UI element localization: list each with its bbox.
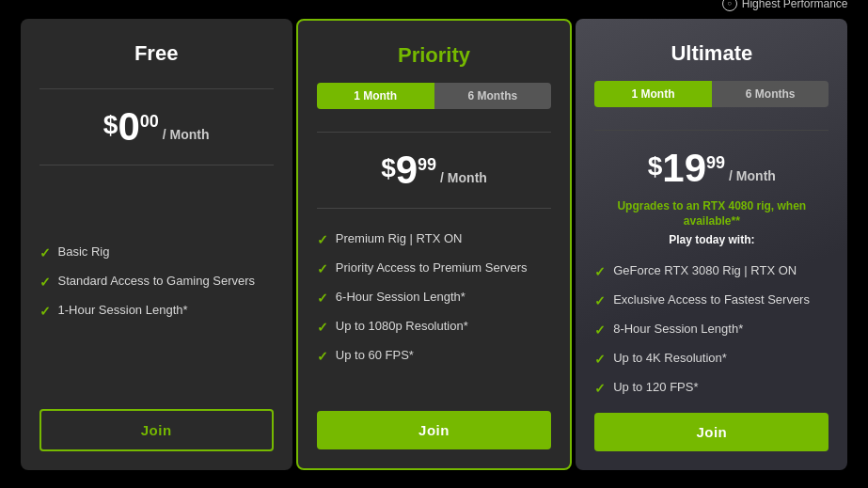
check-icon-u3: ✓ — [594, 323, 606, 338]
priority-feature-5: ✓ Up to 60 FPS* — [317, 348, 551, 364]
ultimate-feature-3: ✓ 8-Hour Session Length* — [594, 322, 829, 338]
free-dollar: $ — [103, 110, 118, 140]
free-feature-text-1: Basic Rig — [58, 244, 110, 259]
ultimate-feature-1: ✓ GeForce RTX 3080 Rig | RTX ON — [594, 263, 829, 279]
ultimate-feature-text-4: Up to 4K Resolution* — [613, 351, 727, 365]
ultimate-feature-text-3: 8-Hour Session Length* — [613, 322, 743, 336]
plans-container: ○ Highest Performance Free $000 / Month … — [21, 19, 848, 470]
priority-divider2 — [317, 208, 551, 209]
check-icon-u4: ✓ — [594, 352, 606, 367]
ultimate-dollar: $ — [648, 151, 663, 181]
free-plan-title: Free — [39, 41, 274, 66]
priority-toggle-6months[interactable]: 6 Months — [434, 83, 552, 109]
priority-price-area: $999 / Month — [317, 148, 551, 193]
priority-feature-text-3: 6-Hour Session Length* — [336, 290, 466, 304]
ultimate-cents: 99 — [706, 153, 725, 173]
plan-card-ultimate: Ultimate 1 Month 6 Months $1999 / Month … — [576, 19, 847, 470]
check-icon-1: ✓ — [39, 245, 51, 260]
ultimate-price-area: $1999 / Month — [594, 146, 829, 191]
priority-toggle-1month[interactable]: 1 Month — [317, 83, 434, 109]
priority-feature-2: ✓ Priority Access to Premium Servers — [317, 260, 551, 276]
badge-label: Highest Performance — [742, 0, 848, 10]
plan-card-priority: Priority 1 Month 6 Months $999 / Month ✓… — [296, 19, 572, 470]
ultimate-plan-title: Ultimate — [594, 41, 829, 66]
ultimate-whole: 19 — [662, 146, 706, 191]
priority-dollar: $ — [381, 153, 396, 183]
free-spacer — [39, 181, 274, 237]
free-feature-3: ✓ 1-Hour Session Length* — [39, 303, 274, 319]
free-feature-text-3: 1-Hour Session Length* — [58, 303, 188, 317]
upgrade-note: Upgrades to an RTX 4080 rig, when availa… — [594, 198, 829, 230]
play-today-label: Play today with: — [594, 233, 829, 246]
ultimate-price-main: $1999 / Month — [648, 146, 776, 191]
check-icon-p2: ✓ — [317, 261, 328, 276]
ultimate-period: / Month — [729, 168, 776, 183]
check-icon-u2: ✓ — [594, 293, 606, 308]
ultimate-billing-toggle: 1 Month 6 Months — [594, 81, 829, 107]
highest-performance-badge: ○ Highest Performance — [722, 0, 848, 11]
priority-period: / Month — [440, 170, 487, 185]
priority-plan-title: Priority — [317, 43, 551, 68]
free-period: / Month — [163, 127, 210, 142]
ultimate-join-button[interactable]: Join — [594, 413, 829, 451]
ultimate-feature-2: ✓ Exclusive Access to Fastest Servers — [594, 292, 829, 308]
ultimate-features-list: ✓ GeForce RTX 3080 Rig | RTX ON ✓ Exclus… — [594, 263, 829, 412]
free-divider — [39, 88, 274, 89]
priority-feature-text-2: Priority Access to Premium Servers — [336, 260, 528, 275]
priority-divider — [317, 132, 551, 133]
ultimate-toggle-6months[interactable]: 6 Months — [712, 81, 829, 107]
check-icon-p1: ✓ — [317, 232, 328, 247]
nvidia-icon: ○ — [722, 0, 737, 11]
priority-feature-text-5: Up to 60 FPS* — [336, 348, 414, 362]
priority-feature-text-4: Up to 1080p Resolution* — [336, 319, 468, 333]
free-price-main: $000 / Month — [103, 104, 210, 150]
free-cents: 00 — [140, 112, 159, 132]
check-icon-u5: ✓ — [594, 381, 606, 396]
free-feature-1: ✓ Basic Rig — [39, 244, 274, 260]
priority-feature-1: ✓ Premium Rig | RTX ON — [317, 231, 551, 247]
ultimate-feature-text-2: Exclusive Access to Fastest Servers — [613, 292, 810, 307]
check-icon-p4: ✓ — [317, 320, 328, 335]
priority-feature-4: ✓ Up to 1080p Resolution* — [317, 319, 551, 335]
free-divider2 — [39, 165, 274, 165]
ultimate-feature-text-5: Up to 120 FPS* — [613, 380, 698, 394]
check-icon-p5: ✓ — [317, 349, 328, 364]
ultimate-feature-4: ✓ Up to 4K Resolution* — [594, 351, 829, 367]
priority-cents: 99 — [418, 155, 436, 175]
priority-feature-3: ✓ 6-Hour Session Length* — [317, 290, 551, 306]
free-feature-2: ✓ Standard Access to Gaming Servers — [39, 274, 274, 290]
priority-feature-text-1: Premium Rig | RTX ON — [336, 231, 463, 245]
free-price-area: $000 / Month — [39, 104, 274, 150]
ultimate-feature-5: ✓ Up to 120 FPS* — [594, 380, 829, 396]
free-whole: 0 — [118, 104, 139, 150]
check-icon-u1: ✓ — [594, 264, 606, 279]
priority-billing-toggle: 1 Month 6 Months — [317, 83, 551, 109]
free-feature-text-2: Standard Access to Gaming Servers — [58, 274, 256, 288]
check-icon-p3: ✓ — [317, 291, 328, 306]
free-join-button[interactable]: Join — [39, 409, 274, 451]
priority-join-button[interactable]: Join — [317, 411, 551, 449]
plan-card-free: Free $000 / Month ✓ Basic Rig ✓ Standard… — [21, 19, 292, 470]
priority-whole: 9 — [396, 148, 418, 193]
ultimate-divider — [594, 130, 829, 131]
check-icon-3: ✓ — [39, 304, 51, 319]
free-features-list: ✓ Basic Rig ✓ Standard Access to Gaming … — [39, 244, 274, 409]
ultimate-toggle-1month[interactable]: 1 Month — [594, 81, 712, 107]
ultimate-feature-text-1: GeForce RTX 3080 Rig | RTX ON — [613, 263, 797, 277]
priority-features-list: ✓ Premium Rig | RTX ON ✓ Priority Access… — [317, 231, 551, 411]
check-icon-2: ✓ — [39, 275, 51, 290]
priority-price-main: $999 / Month — [381, 148, 487, 193]
